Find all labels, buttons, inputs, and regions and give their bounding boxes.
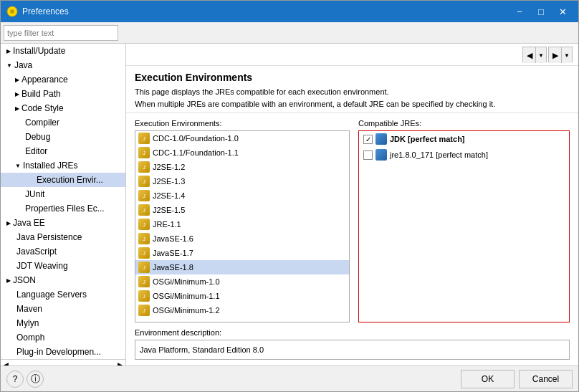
sidebar-label: Code Style xyxy=(21,103,64,113)
env-item-j2se-12[interactable]: J J2SE-1.2 xyxy=(135,160,349,174)
main-body: Execution Environments: J CDC-1.0/Founda… xyxy=(126,113,578,365)
env-item-javase-18[interactable]: J JavaSE-1.8 xyxy=(135,260,349,274)
back-button[interactable]: ◀ xyxy=(523,47,536,63)
maximize-button[interactable]: □ xyxy=(531,4,551,19)
sidebar-item-execution-envir[interactable]: Execution Envir... xyxy=(1,173,125,187)
forward-button[interactable]: ▶ xyxy=(549,47,562,63)
arrow-icon: ▶ xyxy=(6,48,11,54)
main-header: Execution Environments This page display… xyxy=(126,66,578,113)
sidebar-item-build-path[interactable]: ▶Build Path xyxy=(1,87,125,101)
sidebar-label: JDT Weaving xyxy=(16,261,68,271)
back-dropdown-button[interactable]: ▼ xyxy=(536,47,546,63)
sidebar-label: Java EE xyxy=(13,218,45,228)
env-icon: J xyxy=(138,219,150,230)
jre-item-label: jre1.8.0_171 [perfect match] xyxy=(390,150,488,159)
sidebar-label: Language Servers xyxy=(16,290,87,300)
sidebar-item-install-update[interactable]: ▶Install/Update xyxy=(1,44,125,58)
env-item-cdc-11[interactable]: J CDC-1.1/Foundation-1.1 xyxy=(135,145,349,160)
jre-list[interactable]: ✓ JDK [perfect match] jre1.8.0_171 [perf… xyxy=(358,130,570,322)
env-item-label: JavaSE-1.8 xyxy=(153,263,193,272)
sidebar-item-debug[interactable]: Debug xyxy=(1,130,125,144)
env-desc-value: Java Platform, Standard Edition 8.0 xyxy=(135,340,570,360)
sidebar-label: Java Persistence xyxy=(16,232,82,242)
arrow-icon: ▶ xyxy=(6,277,11,284)
sidebar-item-junit[interactable]: JUnit xyxy=(1,187,125,201)
env-icon: J xyxy=(138,247,150,259)
jre-item-jre180[interactable]: jre1.8.0_171 [perfect match] xyxy=(359,147,569,163)
env-item-label: J2SE-1.5 xyxy=(153,206,185,214)
env-item-cdc-10[interactable]: J CDC-1.0/Foundation-1.0 xyxy=(135,131,349,145)
header-nav: ◀ ▼ ▶ ▼ xyxy=(126,44,578,66)
question-button[interactable]: ? xyxy=(6,371,24,388)
sidebar-item-oomph[interactable]: Oomph xyxy=(1,330,125,345)
env-desc-section: Environment description: Java Platform, … xyxy=(135,328,570,360)
sidebar-label: Execution Envir... xyxy=(37,175,103,185)
sidebar-item-jdt-weaving[interactable]: JDT Weaving xyxy=(1,259,125,273)
panels-row: Execution Environments: J CDC-1.0/Founda… xyxy=(135,119,570,322)
bottom-bar: ? ⓘ OK Cancel xyxy=(1,365,578,391)
jre-item-jdk[interactable]: ✓ JDK [perfect match] xyxy=(359,131,569,147)
env-icon: J xyxy=(138,176,150,187)
sidebar-item-java[interactable]: ▼Java xyxy=(1,58,125,72)
close-button[interactable]: ✕ xyxy=(552,4,573,19)
description-line1: This page displays the JREs compatible f… xyxy=(135,86,570,98)
sidebar-item-properties-files-ec[interactable]: Properties Files Ec... xyxy=(1,201,125,216)
env-item-j2se-15[interactable]: J J2SE-1.5 xyxy=(135,203,349,217)
env-item-osgi-min-10[interactable]: J OSGi/Minimum-1.0 xyxy=(135,274,349,289)
sidebar-item-maven[interactable]: Maven xyxy=(1,302,125,316)
jre-panel: Compatible JREs: ✓ JDK [perfect match] j… xyxy=(358,119,570,322)
sidebar-label: Compiler xyxy=(25,118,59,128)
cancel-button[interactable]: Cancel xyxy=(519,370,573,388)
env-item-label: CDC-1.1/Foundation-1.1 xyxy=(153,148,239,157)
sidebar-item-java-ee[interactable]: ▶Java EE xyxy=(1,216,125,230)
sidebar-item-code-style[interactable]: ▶Code Style xyxy=(1,101,125,115)
sidebar-item-javascript[interactable]: JavaScript xyxy=(1,244,125,259)
minimize-button[interactable]: − xyxy=(509,4,530,19)
info-button[interactable]: ⓘ xyxy=(27,371,44,388)
sidebar-label: Editor xyxy=(25,146,47,156)
jre-icon xyxy=(375,149,387,161)
env-icon: J xyxy=(138,276,150,287)
sidebar-label: Oomph xyxy=(16,333,44,343)
env-item-javase-16[interactable]: J JavaSE-1.6 xyxy=(135,231,349,246)
sidebar-item-compiler[interactable]: Compiler xyxy=(1,115,125,130)
sidebar-item-appearance[interactable]: ▶Appearance xyxy=(1,72,125,87)
sidebar-label: Java xyxy=(14,60,32,70)
sidebar-item-java-persistence[interactable]: Java Persistence xyxy=(1,230,125,244)
env-item-javase-17[interactable]: J JavaSE-1.7 xyxy=(135,246,349,260)
env-desc-label: Environment description: xyxy=(135,328,570,337)
sidebar-label: Build Path xyxy=(21,89,61,99)
env-item-osgi-min-12[interactable]: J OSGi/Minimum-1.2 xyxy=(135,303,349,317)
jre-checkbox[interactable]: ✓ xyxy=(363,135,373,144)
env-icon: J xyxy=(138,190,150,201)
arrow-icon: ▼ xyxy=(15,163,21,169)
env-item-label: JavaSE-1.6 xyxy=(153,234,193,243)
sidebar-item-json[interactable]: ▶JSON xyxy=(1,273,125,287)
env-item-j2se-13[interactable]: J J2SE-1.3 xyxy=(135,174,349,188)
window-controls: − □ ✕ xyxy=(509,4,573,19)
sidebar-item-plug-in-development[interactable]: Plug-in Developmen... xyxy=(1,345,125,359)
sidebar-label: Appearance xyxy=(21,75,68,85)
env-item-j2se-14[interactable]: J J2SE-1.4 xyxy=(135,188,349,203)
content-area: ▶Install/Update▼Java▶Appearance▶Build Pa… xyxy=(1,44,578,365)
sidebar-item-mylyn[interactable]: Mylyn xyxy=(1,316,125,330)
forward-dropdown-button[interactable]: ▼ xyxy=(562,47,572,63)
sidebar-item-editor[interactable]: Editor xyxy=(1,144,125,158)
sidebar-item-language-servers[interactable]: Language Servers xyxy=(1,287,125,302)
ok-button[interactable]: OK xyxy=(461,370,515,388)
env-item-label: J2SE-1.4 xyxy=(153,191,185,200)
sidebar-item-installed-jres[interactable]: ▼Installed JREs xyxy=(1,158,125,173)
env-item-osgi-min-11[interactable]: J OSGi/Minimum-1.1 xyxy=(135,289,349,303)
arrow-icon: ▼ xyxy=(6,62,12,69)
search-input[interactable] xyxy=(4,25,118,41)
env-item-label: OSGi/Minimum-1.2 xyxy=(153,306,220,315)
main-panel: ◀ ▼ ▶ ▼ Execution Environments This page… xyxy=(126,44,578,365)
env-list[interactable]: J CDC-1.0/Foundation-1.0 J CDC-1.1/Found… xyxy=(135,130,350,322)
toolbar xyxy=(1,22,578,44)
sidebar-label: JSON xyxy=(13,275,36,285)
env-item-jre-11[interactable]: J JRE-1.1 xyxy=(135,217,349,231)
env-icon: J xyxy=(138,204,150,216)
sidebar-label: Maven xyxy=(16,304,42,314)
env-icon: J xyxy=(138,262,150,273)
jre-checkbox[interactable] xyxy=(363,150,373,160)
